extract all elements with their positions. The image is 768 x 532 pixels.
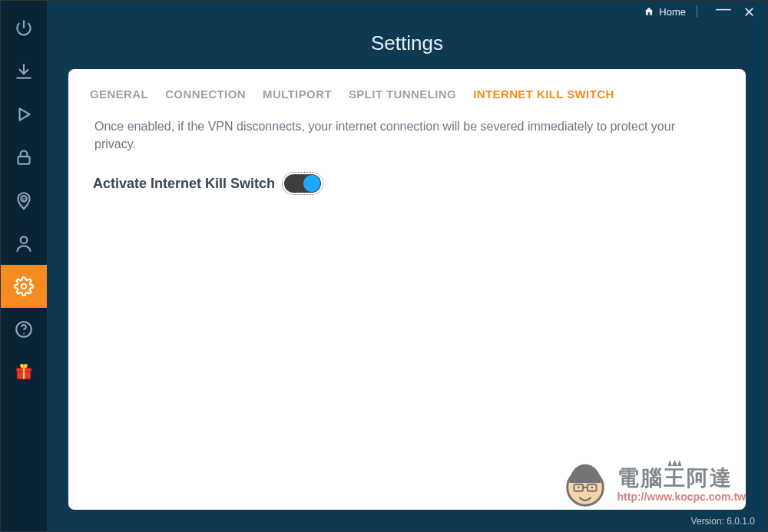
svg-text:IP: IP xyxy=(22,197,26,202)
sidebar-item-help[interactable] xyxy=(1,308,47,351)
home-link[interactable]: Home xyxy=(644,6,686,18)
kill-switch-description: Once enabled, if the VPN disconnects, yo… xyxy=(90,117,724,153)
app-window: IP Home — Settings xyxy=(0,0,768,532)
tab-multiport[interactable]: MULTIPORT xyxy=(263,88,332,101)
titlebar: Home — xyxy=(47,1,767,22)
kill-switch-toggle[interactable] xyxy=(284,174,321,193)
home-icon xyxy=(644,6,654,17)
sidebar-item-play[interactable] xyxy=(1,93,47,136)
sidebar: IP xyxy=(1,1,47,531)
sidebar-item-power[interactable] xyxy=(1,7,47,50)
close-icon xyxy=(743,6,755,18)
kill-switch-toggle-row: Activate Internet Kill Switch xyxy=(90,174,724,193)
kill-switch-toggle-label: Activate Internet Kill Switch xyxy=(93,176,275,192)
home-label: Home xyxy=(659,6,686,18)
toggle-knob xyxy=(303,175,320,192)
play-icon xyxy=(14,104,34,124)
svg-point-4 xyxy=(21,236,28,243)
sidebar-item-settings[interactable] xyxy=(1,265,47,308)
sidebar-item-download[interactable] xyxy=(1,50,47,93)
sidebar-item-user[interactable] xyxy=(1,222,47,265)
svg-marker-0 xyxy=(20,108,30,120)
gift-icon xyxy=(14,362,34,382)
page-title: Settings xyxy=(47,31,767,55)
title-divider xyxy=(697,5,697,18)
sidebar-item-ip-location[interactable]: IP xyxy=(1,179,47,222)
close-button[interactable] xyxy=(739,6,760,18)
minimize-button[interactable]: — xyxy=(708,6,739,11)
svg-rect-10 xyxy=(23,368,25,379)
version-label: Version: 6.0.1.0 xyxy=(691,516,755,527)
settings-panel: GENERAL CONNECTION MULTIPORT SPLIT TUNNE… xyxy=(68,69,746,510)
user-icon xyxy=(14,233,34,253)
sidebar-item-lock[interactable] xyxy=(1,136,47,179)
tab-split-tunneling[interactable]: SPLIT TUNNELING xyxy=(349,88,456,101)
svg-point-5 xyxy=(22,284,27,289)
ip-location-icon: IP xyxy=(14,190,34,210)
tab-connection[interactable]: CONNECTION xyxy=(165,88,246,101)
settings-tabs: GENERAL CONNECTION MULTIPORT SPLIT TUNNE… xyxy=(90,88,724,101)
tab-general[interactable]: GENERAL xyxy=(90,88,148,101)
gear-icon xyxy=(14,276,34,296)
sidebar-item-gift[interactable] xyxy=(1,351,47,394)
power-icon xyxy=(14,18,34,38)
download-icon xyxy=(14,61,34,81)
svg-point-7 xyxy=(23,333,25,335)
svg-rect-1 xyxy=(18,157,29,164)
main-area: Home — Settings GENERAL CONNECTION MULTI… xyxy=(47,1,767,531)
lock-icon xyxy=(14,147,34,167)
help-icon xyxy=(14,319,34,339)
tab-internet-kill-switch[interactable]: INTERNET KILL SWITCH xyxy=(473,88,614,101)
